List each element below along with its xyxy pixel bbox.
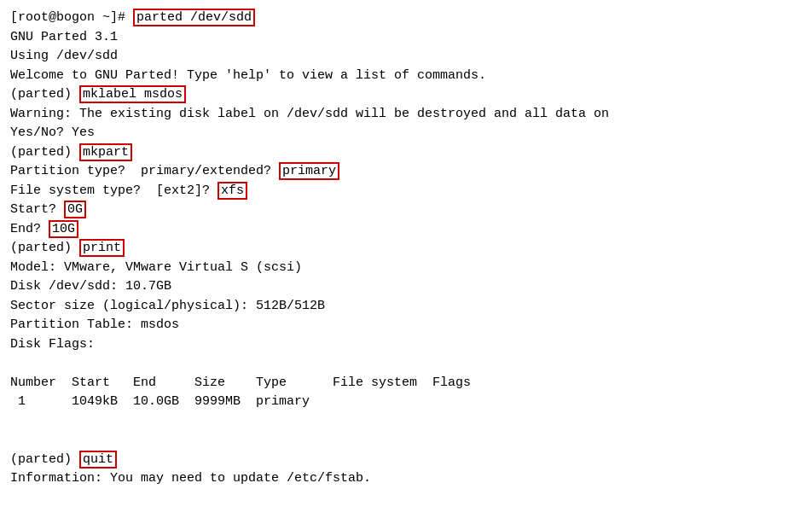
end-value: 10G [49,220,78,238]
line-prompt: [root@bogon ~]# parted /dev/sdd [10,9,802,28]
line-warning: Warning: The existing disk label on /dev… [10,105,802,125]
parttype-prefix: Partition type? primary/extended? [10,164,279,178]
cmd-mkpart: mkpart [79,143,132,161]
cmd-print: print [79,239,125,257]
prompt-prefix: [root@bogon ~]# [10,10,133,25]
parted-prompt-1: (parted) [10,87,79,102]
line-model: Model: VMware, VMware Virtual S (scsi) [10,259,802,278]
line-disk-size: Disk /dev/sdd: 10.7GB [10,277,802,297]
start-value: 0G [64,201,86,218]
line-disk-flags: Disk Flags: [10,335,802,355]
line-fstype: File system type? [ext2]? xfs [10,182,802,201]
line-end: End? 10G [10,220,802,240]
line-yesno: Yes/No? Yes [10,124,802,143]
line-gnu: GNU Parted 3.1 [10,28,802,48]
line-start: Start? 0G [10,201,802,220]
line-blank-2 [10,412,802,432]
line-sector: Sector size (logical/physical): 512B/512… [10,297,802,317]
cmd-parted: parted /dev/sdd [133,9,255,26]
line-table-header: Number Start End Size Type File system F… [10,374,802,393]
line-partition-table: Partition Table: msdos [10,316,802,335]
end-prefix: End? [10,222,49,236]
line-table-row-1: 1 1049kB 10.0GB 9999MB primary [10,393,802,412]
line-quit: (parted) quit [10,451,802,470]
line-welcome: Welcome to GNU Parted! Type 'help' to vi… [10,67,802,86]
start-prefix: Start? [10,202,64,217]
parted-prompt-4: (parted) [10,452,79,467]
line-mkpart: (parted) mkpart [10,143,802,163]
fstype-prefix: File system type? [ext2]? [10,183,218,198]
line-print: (parted) print [10,239,802,259]
line-using: Using /dev/sdd [10,47,802,67]
cmd-quit: quit [79,451,117,469]
fstype-value: xfs [218,182,247,200]
parttype-value: primary [279,162,339,180]
line-blank-1 [10,354,802,374]
parted-prompt-3: (parted) [10,241,79,255]
terminal-window: [root@bogon ~]# parted /dev/sdd GNU Part… [10,9,802,489]
line-information: Information: You may need to update /etc… [10,469,802,489]
line-mklabel: (parted) mklabel msdos [10,85,802,105]
line-parttype: Partition type? primary/extended? primar… [10,162,802,182]
parted-prompt-2: (parted) [10,145,79,160]
line-blank-3 [10,431,802,451]
cmd-mklabel: mklabel msdos [79,85,186,103]
